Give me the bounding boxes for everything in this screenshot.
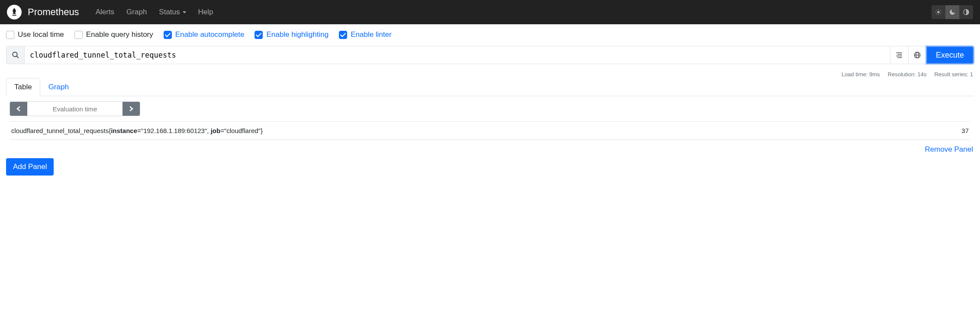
svg-point-2 — [13, 52, 17, 57]
evaluation-time-group — [10, 101, 140, 116]
query-panel: Execute Load time: 9ms Resolution: 14s R… — [6, 46, 974, 158]
svg-point-0 — [937, 11, 939, 13]
theme-auto-button[interactable] — [959, 5, 973, 19]
option-autocomplete[interactable]: Enable autocomplete — [164, 30, 245, 39]
tab-table[interactable]: Table — [6, 78, 40, 96]
option-query-history-label: Enable query history — [86, 30, 153, 39]
remove-panel-link[interactable]: Remove Panel — [925, 145, 973, 154]
option-query-history[interactable]: Enable query history — [74, 30, 153, 39]
expression-input[interactable] — [25, 46, 890, 64]
format-query-button[interactable] — [890, 46, 908, 64]
svg-rect-5 — [898, 54, 903, 55]
nav-help[interactable]: Help — [194, 4, 218, 20]
checkbox-checked-icon — [164, 31, 172, 39]
stat-resolution: Resolution: 14s — [888, 71, 927, 78]
option-linter[interactable]: Enable linter — [339, 30, 392, 39]
eval-prev-button[interactable] — [10, 102, 27, 116]
format-icon — [895, 51, 903, 59]
query-input-group: Execute — [6, 46, 974, 64]
chevron-left-icon — [16, 106, 21, 112]
option-linter-label: Enable linter — [351, 30, 392, 39]
svg-line-3 — [16, 56, 19, 58]
checkbox-unchecked-icon — [6, 31, 14, 39]
options-row: Use local time Enable query history Enab… — [6, 30, 974, 39]
evaluation-time-input[interactable] — [27, 102, 122, 116]
checkbox-unchecked-icon — [74, 31, 83, 39]
evaluation-controls — [6, 96, 974, 118]
globe-button[interactable] — [908, 46, 926, 64]
result-metric: cloudflared_tunnel_total_requests{instan… — [11, 127, 263, 134]
result-table: cloudflared_tunnel_total_requests{instan… — [6, 118, 974, 143]
option-local-time-label: Use local time — [18, 30, 64, 39]
moon-icon — [949, 9, 956, 16]
table-row: cloudflared_tunnel_total_requests{instan… — [10, 122, 970, 140]
navbar: Prometheus Alerts Graph Status Help — [0, 0, 980, 24]
option-local-time[interactable]: Use local time — [6, 30, 64, 39]
checkbox-checked-icon — [339, 31, 347, 39]
eval-next-button[interactable] — [122, 102, 140, 116]
view-tabs: Table Graph — [6, 78, 974, 96]
nav-alerts[interactable]: Alerts — [91, 4, 119, 20]
prometheus-logo-icon — [7, 5, 22, 20]
option-autocomplete-label: Enable autocomplete — [175, 30, 245, 39]
theme-dark-button[interactable] — [945, 5, 959, 19]
nav-status[interactable]: Status — [155, 4, 190, 20]
query-stats: Load time: 9ms Resolution: 14s Result se… — [6, 68, 974, 78]
nav-graph[interactable]: Graph — [122, 4, 151, 20]
svg-rect-6 — [896, 56, 903, 57]
stat-result-series: Result series: 1 — [934, 71, 973, 78]
stat-load-time: Load time: 9ms — [841, 71, 880, 78]
chevron-down-icon — [183, 11, 186, 13]
option-highlighting-label: Enable highlighting — [266, 30, 329, 39]
search-icon — [12, 51, 19, 59]
svg-rect-4 — [896, 52, 903, 53]
checkbox-checked-icon — [255, 31, 263, 39]
nav-status-label: Status — [159, 8, 180, 16]
theme-light-button[interactable] — [932, 5, 945, 19]
execute-button[interactable]: Execute — [926, 46, 974, 64]
option-highlighting[interactable]: Enable highlighting — [255, 30, 329, 39]
remove-panel-row: Remove Panel — [6, 143, 974, 158]
navbar-left: Prometheus Alerts Graph Status Help — [7, 4, 218, 20]
brand[interactable]: Prometheus — [7, 5, 79, 20]
globe-icon — [913, 51, 921, 59]
brand-name: Prometheus — [28, 7, 79, 18]
contrast-icon — [963, 9, 970, 16]
theme-switcher — [932, 5, 973, 19]
main-container: Use local time Enable query history Enab… — [0, 24, 980, 182]
add-panel-button[interactable]: Add Panel — [6, 158, 54, 176]
tab-graph[interactable]: Graph — [40, 78, 77, 96]
sun-icon — [935, 9, 942, 16]
metrics-explorer-button[interactable] — [6, 46, 25, 64]
result-value: 37 — [961, 127, 969, 134]
chevron-right-icon — [129, 106, 133, 112]
svg-rect-7 — [898, 57, 903, 58]
